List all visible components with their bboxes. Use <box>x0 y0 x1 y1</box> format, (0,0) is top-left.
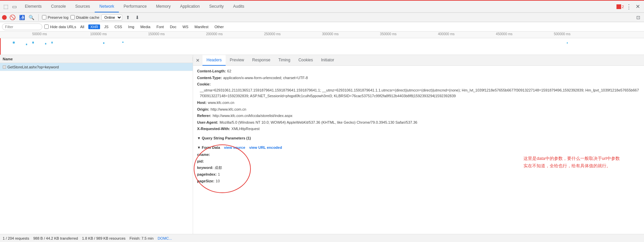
close-devtools-icon[interactable]: ✕ <box>634 3 641 10</box>
tab-security[interactable]: Security <box>204 1 228 12</box>
detail-tab-response[interactable]: Response <box>248 55 274 66</box>
user-agent-key: User-Agent: <box>197 120 218 126</box>
detail-tab-headers[interactable]: Headers <box>202 55 226 66</box>
user-agent-val: Mozilla/5.0 (Windows NT 10.0; WOW64) App… <box>220 120 417 126</box>
tab-memory[interactable]: Memory <box>151 1 175 12</box>
filter-font[interactable]: Font <box>154 24 166 29</box>
tab-audits[interactable]: Audits <box>228 1 249 12</box>
view-source-link[interactable]: view source <box>224 145 245 151</box>
host-val: www.kfc.com.cn <box>208 100 234 106</box>
hide-data-urls-checkbox[interactable] <box>44 24 49 29</box>
x-requested-with-key: X-Requested-With: <box>197 126 230 132</box>
filter-manifest[interactable]: Manifest <box>192 24 211 29</box>
form-val-pagesize: 10 <box>216 178 220 184</box>
detail-tab-cookies[interactable]: Cookies <box>294 55 317 66</box>
timeline-chart <box>0 38 644 55</box>
timeline-bar-1 <box>13 42 15 44</box>
filter-input[interactable] <box>2 23 42 30</box>
throttle-select[interactable]: Online <box>101 14 122 20</box>
user-agent-row: User-Agent: Mozilla/5.0 (Windows NT 10.0… <box>197 120 640 126</box>
form-val-keyword: 成都 <box>215 165 222 171</box>
filter-css[interactable]: CSS <box>112 24 124 29</box>
filter-xhr[interactable]: XHR <box>88 24 100 29</box>
tab-sources[interactable]: Sources <box>71 1 95 12</box>
query-params-title[interactable]: ▼ Query String Parameters (1) <box>197 135 640 141</box>
detail-tab-timing[interactable]: Timing <box>274 55 294 66</box>
request-name[interactable]: GetStoreList.ashx?op=keyword <box>0 65 193 69</box>
filter-other[interactable]: Other <box>213 24 226 29</box>
device-icon[interactable]: ▭ <box>11 3 18 10</box>
main-area: Name GetStoreList.ashx?op=keyword ✕ Head… <box>0 55 644 240</box>
timeline-bar-5 <box>51 42 53 44</box>
content-type-val: application/x-www-form-urlencoded; chars… <box>223 75 308 81</box>
tab-network[interactable]: Network <box>95 1 119 12</box>
content-length-row: Content-Length: 62 <box>197 68 640 74</box>
network-toolbar: 🚫 🚮 🔍 Preserve log Disable cache Online … <box>0 13 644 22</box>
devtools-tab-bar: ⬚ ▭ Elements Console Sources Network Per… <box>0 1 644 13</box>
name-column-header: Name <box>0 57 193 61</box>
form-key-pagesize: pageSize: <box>197 178 214 184</box>
ruler-200k: 200000 ms <box>206 32 223 36</box>
filter-doc[interactable]: Doc <box>168 24 179 29</box>
upload-icon[interactable]: ⬆ <box>124 14 132 21</box>
more-options-icon[interactable]: ⋮ <box>625 3 633 10</box>
content-type-key: Content-Type: <box>197 75 222 81</box>
headers-content[interactable]: Content-Length: 62 Content-Type: applica… <box>193 66 644 240</box>
stop-recording-icon[interactable]: 🚫 <box>9 14 16 21</box>
record-button[interactable] <box>2 15 7 20</box>
detail-tab-bar: ✕ Headers Preview Response Timing Cookie… <box>193 55 644 66</box>
inspect-icon[interactable]: ⬚ <box>2 3 9 10</box>
preserve-log-label[interactable]: Preserve log <box>42 15 68 19</box>
ruler-100k: 100000 ms <box>90 32 107 36</box>
origin-val: http://www.kfc.com.cn <box>211 107 246 113</box>
detail-tab-initiator[interactable]: Initiator <box>317 55 338 66</box>
filter-ws[interactable]: WS <box>180 24 190 29</box>
tab-console[interactable]: Console <box>46 1 71 12</box>
request-row[interactable]: GetStoreList.ashx?op=keyword <box>0 63 193 71</box>
close-detail-button[interactable]: ✕ <box>194 57 201 64</box>
timeline-cursor[interactable] <box>0 38 1 55</box>
request-checkbox[interactable] <box>3 65 6 69</box>
timeline-bar-4 <box>45 43 46 45</box>
expand-icon[interactable]: ⊡ <box>635 14 642 21</box>
disable-cache-checkbox[interactable] <box>71 15 75 19</box>
clear-icon[interactable]: 🚮 <box>18 14 26 21</box>
tab-performance[interactable]: Performance <box>119 1 151 12</box>
timeline-bar-3 <box>32 42 34 44</box>
download-icon[interactable]: ⬇ <box>134 14 141 21</box>
disable-cache-label[interactable]: Disable cache <box>71 15 99 19</box>
form-key-cname: cname: <box>197 152 210 158</box>
filter-img[interactable]: Img <box>126 24 136 29</box>
domcontent-link[interactable]: DOMC... <box>157 236 172 240</box>
form-val-pageindex: 1 <box>218 172 220 178</box>
preserve-log-checkbox[interactable] <box>42 15 46 19</box>
filter-media[interactable]: Media <box>138 24 152 29</box>
error-count-badge: 2 <box>622 5 624 9</box>
ruler-250k: 250000 ms <box>264 32 280 36</box>
ruler-450k: 450000 ms <box>496 32 512 36</box>
hide-data-urls-label[interactable]: Hide data URLs <box>44 24 76 29</box>
resources-size: 1.8 KB / 989 KB resources <box>82 236 126 240</box>
filter-all[interactable]: All <box>78 24 86 29</box>
tab-application[interactable]: Application <box>175 1 204 12</box>
ruler-500k: 500000 ms <box>554 32 570 36</box>
timeline-bar-8 <box>567 42 568 44</box>
form-row-pagesize: pageSize: 10 <box>197 178 640 184</box>
form-data-title[interactable]: ▼ Form Data view source view URL encoded <box>197 145 640 151</box>
form-key-pageindex: pageIndex: <box>197 172 217 178</box>
filter-js[interactable]: JS <box>102 24 110 29</box>
detail-tab-preview[interactable]: Preview <box>226 55 248 66</box>
ruler-350k: 350000 ms <box>380 32 397 36</box>
search-icon[interactable]: 🔍 <box>28 14 35 21</box>
query-params-section: ▼ Query String Parameters (1) <box>197 135 640 141</box>
ruler-50k: 50000 ms <box>32 32 47 36</box>
referer-val: http://www.kfc.com.cn/kfccda/storelist/i… <box>213 113 292 119</box>
x-requested-with-row: X-Requested-With: XMLHttpRequest <box>197 126 640 132</box>
filter-bar: Hide data URLs All XHR JS CSS Img Media … <box>0 22 644 32</box>
ruler-300k: 300000 ms <box>322 32 338 36</box>
tab-elements[interactable]: Elements <box>20 1 46 12</box>
x-requested-with-val: XMLHttpRequest <box>231 126 260 132</box>
view-url-encoded-link[interactable]: view URL encoded <box>249 145 282 151</box>
host-key: Host: <box>197 100 206 106</box>
timeline-bar-2 <box>26 44 27 45</box>
